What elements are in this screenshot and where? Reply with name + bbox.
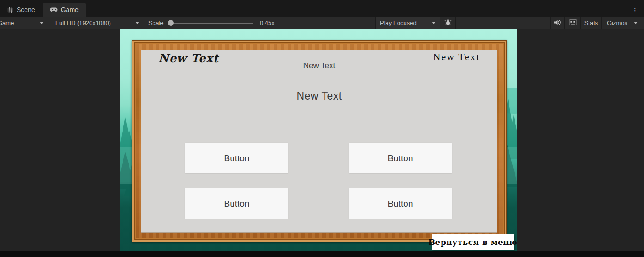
tab-game[interactable]: Game xyxy=(43,3,86,17)
bug-icon xyxy=(444,19,452,27)
play-focused-dropdown[interactable]: Play Focused xyxy=(375,17,440,29)
grid-icon xyxy=(7,7,13,13)
mute-audio-button[interactable] xyxy=(551,17,564,29)
game-view-toolbar: Game Full HD (1920x1080) Scale 0.45x Pla… xyxy=(0,17,644,29)
toolbar-separator xyxy=(145,17,145,29)
keyboard-icon xyxy=(569,19,577,27)
scale-label: Scale xyxy=(148,17,164,29)
display-dropdown-label: Game xyxy=(0,19,14,26)
stats-button[interactable]: Stats xyxy=(581,17,601,29)
scale-slider-knob[interactable] xyxy=(168,20,174,26)
chevron-down-icon xyxy=(40,22,43,24)
gamepad-icon xyxy=(50,7,58,13)
tab-scene-label: Scene xyxy=(17,6,35,13)
kebab-menu-icon[interactable]: ⋮ xyxy=(632,4,638,13)
resolution-dropdown[interactable]: Full HD (1920x1080) xyxy=(49,17,145,29)
game-button-1[interactable]: Button xyxy=(185,143,288,173)
speaker-icon xyxy=(554,19,561,27)
letterbox-bottom xyxy=(0,251,644,257)
wooden-frame: New Text New Text New Text New Text Butt… xyxy=(132,40,507,242)
tab-game-label: Game xyxy=(61,6,79,13)
gizmos-label: Gizmos xyxy=(607,19,627,26)
debug-bug-button[interactable] xyxy=(440,17,456,29)
game-button-2[interactable]: Button xyxy=(349,143,452,173)
scale-value: 0.45x xyxy=(260,17,275,29)
panel-heading: New Text xyxy=(141,90,497,102)
resolution-dropdown-label: Full HD (1920x1080) xyxy=(55,19,111,26)
menu-panel: New Text New Text New Text New Text Butt… xyxy=(141,50,497,233)
chevron-down-icon xyxy=(135,22,139,24)
game-button-3[interactable]: Button xyxy=(185,188,288,219)
scale-slider-track[interactable] xyxy=(171,23,253,24)
tab-scene[interactable]: Scene xyxy=(0,3,43,17)
game-viewport[interactable]: New Text New Text New Text New Text Butt… xyxy=(120,29,517,251)
gizmos-dropdown[interactable]: Gizmos xyxy=(602,17,642,29)
chevron-down-icon xyxy=(432,22,435,24)
device-input-button[interactable] xyxy=(565,17,580,29)
panel-title-right: New Text xyxy=(433,51,480,63)
display-dropdown[interactable]: Game xyxy=(0,17,49,29)
chevron-down-icon xyxy=(634,22,638,24)
play-focused-label: Play Focused xyxy=(380,19,417,26)
window-tab-bar: Scene Game ⋮ xyxy=(0,0,644,17)
return-to-menu-button[interactable]: Вернуться в меню xyxy=(432,234,514,250)
game-button-4[interactable]: Button xyxy=(349,188,452,219)
